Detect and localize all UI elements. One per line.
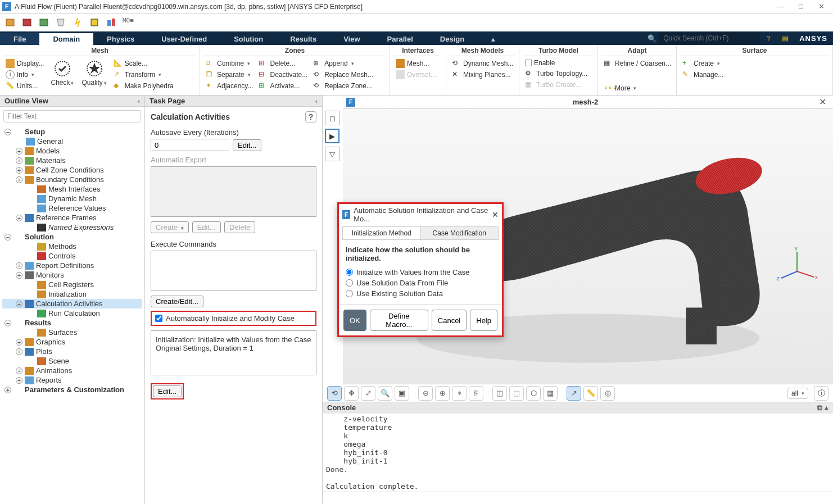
zones-replace-zone-button[interactable]: ⟲Replace Zone... (311, 81, 375, 91)
side-tool-2[interactable]: ▶ (325, 129, 339, 143)
qat-icon-8[interactable]: MO≡ (123, 17, 134, 28)
tree-node[interactable]: +Animations (2, 366, 142, 375)
tree-node[interactable]: +Materials (2, 156, 142, 165)
auto-export-list[interactable] (151, 166, 316, 217)
side-tool-1[interactable]: ◻ (325, 111, 339, 125)
help-icon[interactable]: ? (762, 32, 775, 44)
create-edit-button[interactable]: Create/Edit... (151, 296, 203, 307)
tree-node[interactable]: Surfaces (2, 328, 142, 337)
qat-icon-6[interactable] (89, 17, 100, 28)
tree-node[interactable]: +Graphics (2, 337, 142, 347)
mesh-units-button[interactable]: 📏Units... (3, 81, 46, 91)
tree-node[interactable]: Scene (2, 356, 142, 366)
tree-node[interactable]: Initialization (2, 289, 142, 299)
gtb-select-plus[interactable]: ⊕ (435, 386, 450, 401)
console-min-icon[interactable]: ▴ (825, 403, 829, 412)
dialog-define-macro-button[interactable]: Define Macro... (370, 310, 428, 331)
tree-node[interactable]: –Setup (2, 127, 142, 137)
tree-node[interactable]: –Solution (2, 232, 142, 242)
qat-icon-2[interactable] (21, 17, 33, 28)
dialog-cancel-button[interactable]: Cancel (432, 310, 467, 331)
gtb-ruler[interactable]: 📏 (583, 386, 598, 401)
autosave-edit-button[interactable]: Edit... (233, 139, 261, 151)
graphics-filter-dropdown[interactable]: all▾ (787, 388, 808, 399)
outline-filter-input[interactable] (3, 110, 141, 122)
dialog-tab-init[interactable]: Initialization Method (343, 227, 420, 239)
ribbon-tab-physics[interactable]: Physics (93, 33, 148, 45)
zones-combine-button[interactable]: ⧉Combine▾ (203, 58, 255, 69)
qat-icon-3[interactable] (38, 17, 49, 28)
dialog-opt3[interactable]: Use Existing Solution Data (346, 288, 495, 299)
tree-node[interactable]: +Boundary Conditions (2, 175, 142, 184)
export-delete-button[interactable]: Delete (224, 221, 256, 233)
gtb-a[interactable]: ◫ (492, 386, 507, 401)
qat-icon-1[interactable] (4, 17, 16, 28)
surface-manage-button[interactable]: ✎Manage... (680, 70, 726, 80)
tree-node[interactable]: +Calculation Activities (2, 299, 142, 308)
ribbon-tab-userdefined[interactable]: User-Defined (148, 33, 220, 45)
tree-node[interactable]: Controls (2, 251, 142, 261)
autosave-spinner[interactable]: ▲▼ (151, 139, 229, 151)
zones-delete-button[interactable]: ⊞Delete... (256, 58, 310, 69)
tree-node[interactable]: +Report Definitions (2, 261, 142, 270)
console-popout-icon[interactable]: ⧉ (817, 403, 822, 412)
adapt-more-button[interactable]: ∘∘∘More▾ (601, 83, 673, 93)
mesh-display-button[interactable]: Display... (3, 58, 46, 69)
interfaces-overset-button[interactable]: Overset... (393, 70, 438, 80)
ribbon-tab-view[interactable]: View (330, 33, 373, 45)
gtb-d[interactable]: ▦ (543, 386, 558, 401)
close-button[interactable]: ✕ (816, 2, 826, 12)
surface-create-button[interactable]: +Create▾ (680, 58, 726, 69)
maximize-button[interactable]: □ (796, 2, 806, 12)
tree-node[interactable]: +Cell Zone Conditions (2, 165, 142, 175)
tree-node[interactable]: Cell Registers (2, 280, 142, 289)
tree-node[interactable]: Dynamic Mesh (2, 194, 142, 203)
zones-replace-mesh-button[interactable]: ⟲Replace Mesh... (311, 70, 375, 80)
mesh-scale-button[interactable]: 📐Scale... (111, 58, 176, 69)
mesh-polyhedra-button[interactable]: ◆Make Polyhedra (111, 81, 176, 91)
auto-init-checkbox-input[interactable] (155, 315, 162, 322)
tree-node[interactable]: Reference Values (2, 203, 142, 213)
tree-node[interactable]: Named Expressions (2, 223, 142, 232)
qat-icon-4[interactable] (55, 17, 66, 28)
minimize-button[interactable]: — (776, 2, 786, 12)
gtb-pick[interactable]: ⌖ (452, 386, 467, 401)
export-create-button[interactable]: Create ▾ (151, 221, 189, 233)
mesh-transform-button[interactable]: ↗Transform▾ (111, 70, 176, 80)
exec-commands-list[interactable] (151, 251, 316, 291)
gtb-select-minus[interactable]: ⊖ (418, 386, 433, 401)
outline-tree[interactable]: –SetupGeneral+Models+Materials+Cell Zone… (0, 126, 144, 504)
quick-search-input[interactable] (659, 32, 760, 44)
taskpage-collapse-button[interactable]: ‹ (315, 97, 318, 105)
export-edit-button[interactable]: Edit... (192, 221, 221, 233)
turbo-topology-button[interactable]: ⚙Turbo Topology... (523, 69, 590, 79)
tree-node[interactable]: +Monitors (2, 270, 142, 280)
tree-node[interactable]: +Parameters & Customization (2, 385, 142, 394)
outline-collapse-button[interactable]: ‹ (138, 97, 140, 105)
tree-node[interactable]: –Results (2, 318, 142, 328)
ribbon-tab-solution[interactable]: Solution (220, 33, 277, 45)
gtb-axes[interactable]: ↗ (567, 386, 581, 401)
tree-node[interactable]: +Reference Frames (2, 213, 142, 223)
dialog-help-button[interactable]: Help (470, 310, 497, 331)
dialog-close-button[interactable]: ✕ (492, 210, 499, 219)
dialog-ok-button[interactable]: OK (343, 310, 366, 331)
zones-activate-button[interactable]: ⊞Activate... (256, 81, 310, 91)
mesh-quality-button[interactable]: Quality▾ (78, 58, 110, 88)
qat-icon-5[interactable] (72, 17, 83, 28)
gtb-fit[interactable]: 🔍 (378, 386, 392, 401)
taskpage-help-icon[interactable]: ? (305, 111, 316, 122)
gtb-pan[interactable]: ✥ (344, 386, 359, 401)
tree-node[interactable]: +Models (2, 146, 142, 156)
zones-deactivate-button[interactable]: ⊟Deactivate... (256, 70, 310, 80)
mesh-info-button[interactable]: iInfo▾ (3, 70, 46, 80)
layout-icon[interactable]: ▤ (779, 32, 791, 44)
ribbon-tab-parallel[interactable]: Parallel (374, 33, 427, 45)
gtb-b[interactable]: ⬚ (509, 386, 524, 401)
gtb-probe[interactable]: ◎ (600, 386, 615, 401)
gtb-zoom[interactable]: ⤢ (361, 386, 375, 401)
tree-node[interactable]: +Reports (2, 375, 142, 385)
dialog-opt1[interactable]: Initialize with Values from the Case (346, 267, 495, 278)
ribbon-tab-domain[interactable]: Domain (39, 33, 93, 45)
meshmodels-dynamic-button[interactable]: ⟲Dynamic Mesh... (450, 58, 515, 69)
